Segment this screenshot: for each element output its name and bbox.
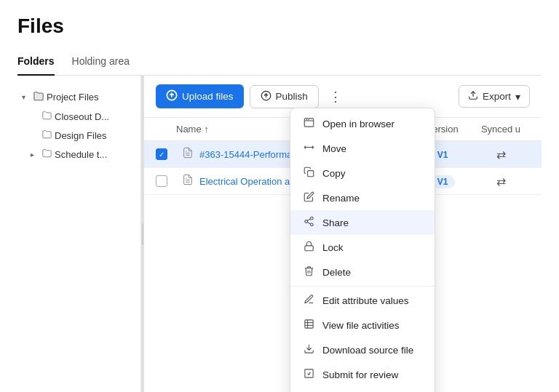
publish-icon — [261, 90, 271, 103]
page-container: Files Folders Holding area ▾ Project Fil… — [0, 0, 559, 392]
check-icon: ✓ — [159, 151, 164, 159]
header-name-label: Name ↑ — [176, 124, 209, 135]
page-title: Files — [17, 15, 542, 38]
export-button[interactable]: Export ▾ — [459, 85, 530, 108]
menu-item-open-in-browser[interactable]: Open in browser — [290, 111, 435, 136]
share-icon — [302, 216, 315, 229]
menu-item-download-source-label: Download source file — [322, 345, 413, 356]
chevron-down-icon: ▾ — [22, 93, 31, 101]
svg-point-16 — [304, 220, 307, 223]
file-icon — [182, 174, 194, 188]
move-icon — [302, 142, 315, 155]
activity-icon — [302, 319, 315, 332]
folder-icon — [33, 91, 44, 103]
dots-icon: ⋮ — [329, 89, 342, 104]
chevron-right-icon: ▸ — [31, 151, 39, 159]
tab-folders[interactable]: Folders — [17, 49, 55, 76]
menu-item-move[interactable]: Move — [290, 136, 435, 161]
export-icon — [468, 90, 478, 103]
menu-item-download-source[interactable]: Download source file — [290, 337, 435, 362]
file-area: Upload files Publish ⋮ — [144, 76, 542, 392]
export-chevron-icon: ▾ — [515, 91, 520, 103]
menu-item-rename[interactable]: Rename — [290, 185, 435, 210]
tabs-bar: Folders Holding area — [17, 49, 542, 76]
sidebar: ▾ Project Files ▸ Closeout D... ⋮ — [17, 76, 141, 392]
edit-attribute-icon — [302, 294, 315, 307]
menu-item-share-label: Share — [322, 217, 349, 228]
row2-sync: ⇄ — [472, 175, 530, 188]
file-icon — [182, 147, 194, 161]
tab-holding-area[interactable]: Holding area — [72, 49, 130, 76]
checkbox-unchecked[interactable] — [156, 175, 167, 187]
menu-item-delete[interactable]: Delete — [290, 260, 435, 284]
menu-item-open-in-browser-label: Open in browser — [322, 119, 395, 129]
menu-item-submit-review[interactable]: Submit for review — [290, 362, 435, 387]
submit-icon — [302, 368, 315, 381]
sidebar-item-closeout[interactable]: ▸ Closeout D... ⋮ — [17, 107, 140, 126]
menu-item-delete-label: Delete — [322, 267, 351, 278]
upload-files-label: Upload files — [182, 91, 234, 102]
menu-item-share[interactable]: Share — [290, 210, 435, 235]
sidebar-item-project-files[interactable]: ▾ Project Files — [17, 87, 140, 107]
main-content: ▾ Project Files ▸ Closeout D... ⋮ — [17, 76, 542, 392]
sidebar-item-schedule-label: Schedule t... — [55, 149, 107, 160]
publish-label: Publish — [276, 91, 308, 102]
checkbox-checked[interactable]: ✓ — [156, 148, 167, 160]
menu-item-lock[interactable]: Lock — [290, 235, 435, 260]
sidebar-item-closeout-label: Closeout D... — [55, 111, 109, 122]
context-menu: Open in browser Move — [290, 108, 435, 392]
publish-button[interactable]: Publish — [250, 85, 319, 108]
svg-line-19 — [307, 219, 310, 220]
svg-rect-9 — [304, 119, 314, 127]
svg-point-17 — [310, 223, 313, 226]
sidebar-item-design-files[interactable]: ▸ Design Files — [17, 126, 140, 145]
svg-point-15 — [310, 217, 313, 220]
header-synced: Synced u — [472, 124, 530, 135]
menu-item-edit-attribute[interactable]: Edit attribute values — [290, 288, 435, 313]
copy-icon — [302, 167, 315, 180]
menu-item-rename-label: Rename — [322, 193, 360, 204]
lock-icon — [302, 241, 315, 254]
svg-line-18 — [307, 222, 310, 223]
menu-item-edit-attribute-label: Edit attribute values — [322, 295, 409, 306]
menu-item-lock-label: Lock — [322, 242, 344, 253]
row1-check[interactable]: ✓ — [156, 148, 176, 160]
sidebar-item-design-files-label: Design Files — [55, 130, 107, 141]
download-icon — [302, 343, 315, 356]
sidebar-item-project-files-label: Project Files — [47, 92, 99, 103]
menu-item-copy-label: Copy — [322, 168, 346, 179]
row2-check[interactable] — [156, 175, 176, 187]
browser-icon — [302, 117, 315, 130]
folder-icon — [42, 148, 52, 160]
rename-icon — [302, 191, 315, 204]
row1-sync: ⇄ — [472, 148, 530, 161]
menu-item-move-label: Move — [322, 143, 346, 154]
upload-files-button[interactable]: Upload files — [156, 84, 244, 108]
menu-item-copy[interactable]: Copy — [290, 161, 435, 185]
upload-icon — [166, 89, 178, 103]
sidebar-item-schedule[interactable]: ▸ Schedule t... — [17, 145, 140, 164]
svg-rect-14 — [307, 171, 313, 177]
menu-item-view-activities-label: View file activities — [322, 320, 400, 331]
menu-item-view-activities[interactable]: View file activities — [290, 313, 435, 337]
menu-item-submit-review-label: Submit for review — [322, 369, 398, 380]
svg-rect-21 — [304, 320, 312, 328]
menu-divider — [290, 286, 435, 287]
more-options-button[interactable]: ⋮ — [325, 86, 346, 108]
menu-item-create-transmittal[interactable]: Create transmittal — [290, 387, 435, 392]
export-label: Export — [483, 91, 511, 102]
svg-rect-20 — [304, 246, 312, 251]
folder-icon — [42, 129, 52, 141]
folder-icon — [42, 111, 52, 122]
delete-icon — [302, 265, 315, 279]
svg-rect-26 — [304, 369, 312, 377]
